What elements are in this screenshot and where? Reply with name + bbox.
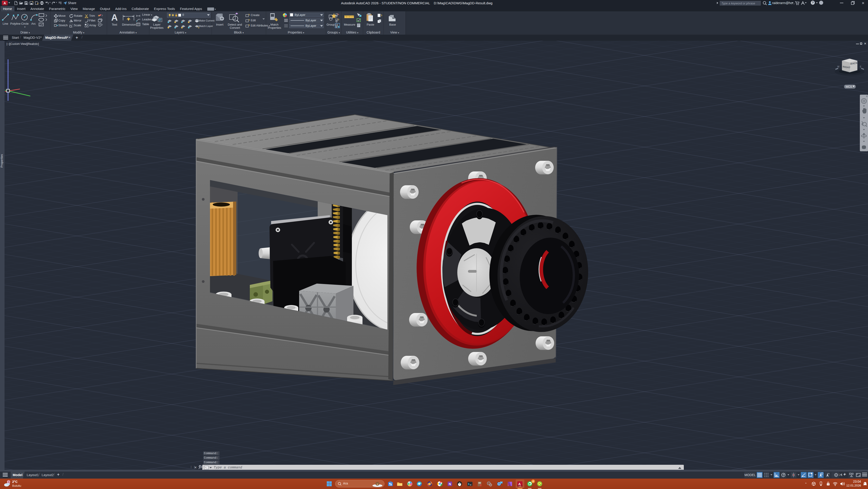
svg-text:WCS: WCS <box>846 85 852 88</box>
svg-text:N: N <box>449 482 451 486</box>
svg-text:z: z <box>864 482 865 484</box>
svg-text:CAD: CAD <box>519 485 521 487</box>
svg-text:2: 2 <box>8 480 9 483</box>
svg-text:W: W <box>837 65 839 68</box>
svg-text:E: E <box>860 65 862 68</box>
